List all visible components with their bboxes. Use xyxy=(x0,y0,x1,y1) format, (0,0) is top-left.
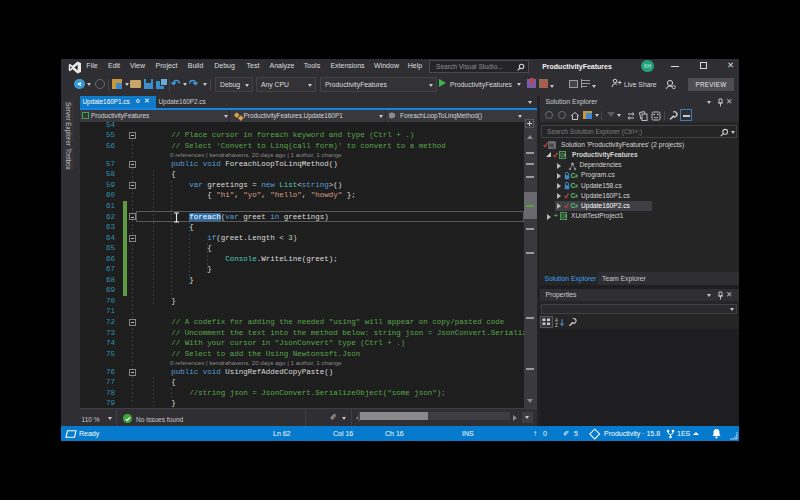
svg-text:Z: Z xyxy=(555,322,558,327)
